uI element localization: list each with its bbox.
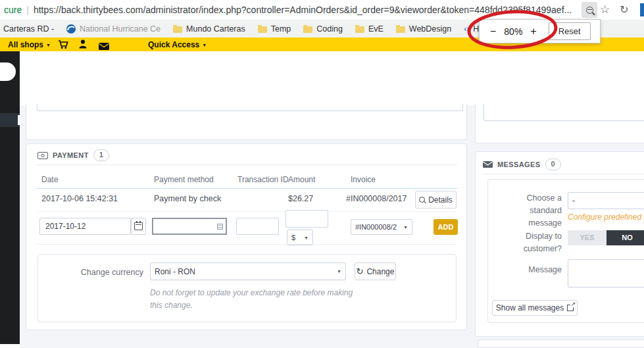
change-currency-value: Roni - RON — [155, 267, 195, 276]
payment-panel-title: PAYMENT — [53, 151, 89, 159]
caret-down-icon: ▼ — [337, 269, 341, 274]
transaction-id-input[interactable] — [236, 218, 279, 235]
form-divider — [37, 244, 457, 245]
col-header-invoice: Invoice — [351, 175, 376, 184]
bookmark-item[interactable]: Coding — [303, 24, 343, 34]
partial-input-left[interactable] — [37, 104, 463, 111]
zoom-reset-button[interactable]: Reset — [549, 22, 591, 40]
security-badge: cure — [4, 5, 22, 15]
extension-icon[interactable] — [640, 3, 644, 16]
toggle-yes-button[interactable]: YES — [568, 230, 607, 245]
change-currency-button[interactable]: ↻ Change — [355, 262, 396, 280]
header-divider — [483, 174, 644, 174]
bookmark-label: Temp — [271, 24, 291, 34]
external-link-icon: ↗ — [567, 305, 574, 311]
sidebar-active-item[interactable] — [0, 113, 20, 127]
search-icon — [419, 197, 425, 203]
folder-icon — [173, 26, 182, 33]
folder-icon — [258, 26, 267, 33]
bookmark-label: Carteras RD - — [3, 24, 54, 34]
date-picker-button[interactable] — [131, 218, 146, 235]
cart-icon[interactable] — [58, 39, 68, 52]
bookmark-label: Mundo Carteras — [186, 24, 245, 34]
display-to-customer-label: Display to customer? — [495, 230, 562, 255]
change-label: Change — [366, 267, 394, 276]
folder-icon — [303, 26, 312, 33]
all-shops-dropdown[interactable]: All shops▼ — [8, 40, 51, 49]
noaa-icon — [66, 24, 76, 34]
messages-panel-title: MESSAGES — [497, 161, 541, 168]
autofill-icon — [217, 224, 223, 230]
page-header: Orders Order PCRYCTUCB from jan mor — [20, 51, 644, 105]
amount-input[interactable] — [285, 210, 328, 228]
configure-messages-link[interactable]: Configure predefined mes — [568, 212, 644, 222]
standard-message-label: Choose a standard message — [495, 192, 562, 229]
show-all-label: Show all messages — [496, 303, 564, 312]
bookmark-item[interactable]: Carteras RD - — [3, 24, 54, 34]
browser-zoom-popup: − 80% + Reset — [479, 19, 601, 43]
bookmark-item[interactable]: WebDesign — [396, 24, 451, 34]
bookmark-item[interactable]: EvE — [355, 24, 384, 34]
folder-icon — [355, 26, 364, 33]
exchange-rate-hint: Do not forget to update your exchange ra… — [150, 287, 354, 311]
employee-icon[interactable] — [79, 39, 87, 51]
message-label: Message — [495, 264, 562, 276]
browser-address-bar: cure|https://back.thirtybees.com/adminis… — [0, 0, 644, 20]
reload-icon[interactable]: ↻ — [620, 2, 628, 18]
payment-count-badge: 1 — [93, 149, 110, 161]
standard-message-select[interactable]: - — [568, 192, 644, 209]
zoom-level-value: 80% — [496, 26, 530, 37]
bookmark-label: WebDesign — [409, 24, 451, 34]
change-currency-select[interactable]: Roni - RON ▼ — [150, 262, 346, 280]
cell-amount: $26.27 — [288, 194, 313, 203]
bookmark-item[interactable]: National Hurricane Ce — [66, 24, 161, 34]
folder-icon — [396, 26, 405, 33]
bookmark-star-icon[interactable]: ☆ — [600, 2, 610, 18]
calendar-icon — [134, 222, 143, 230]
banknote-icon — [37, 152, 48, 159]
bookmark-item[interactable]: Mundo Carteras — [173, 24, 245, 34]
toggle-no-button[interactable]: NO — [607, 230, 644, 245]
cell-date: 2017-10-06 15:42:31 — [41, 194, 118, 203]
caret-down-icon: ▼ — [403, 225, 408, 230]
caret-down-icon: ▼ — [46, 43, 51, 47]
change-currency-label: Change currency — [38, 266, 143, 279]
display-toggle: YES NO — [568, 230, 644, 245]
row-divider — [37, 211, 457, 212]
invoice-value: #IN000008/2 — [355, 223, 397, 231]
messages-count-badge: 0 — [545, 159, 562, 170]
header-divider — [37, 164, 457, 165]
quick-access-label: Quick Access — [148, 40, 199, 49]
quick-access-dropdown[interactable]: Quick Access▼ — [148, 40, 207, 49]
zoom-out-button[interactable] — [582, 2, 597, 18]
bookmark-label: EvE — [368, 24, 384, 34]
partial-input-right[interactable] — [483, 104, 644, 121]
payment-date-input[interactable] — [39, 218, 131, 235]
cell-method: Payment by check — [154, 194, 221, 203]
bookmark-label: Coding — [316, 24, 343, 34]
bookmark-item[interactable]: Temp — [258, 24, 291, 34]
arrow-ne-glyph: ↗ — [570, 301, 576, 307]
payment-method-input[interactable] — [152, 218, 227, 235]
zoom-increase-button[interactable]: + — [530, 26, 536, 37]
code-brackets-icon: ‹› — [464, 24, 469, 34]
invoice-select[interactable]: #IN000008/2 ▼ — [351, 219, 412, 235]
messages-panel-header: MESSAGES 0 — [483, 159, 561, 170]
currency-select[interactable]: $ ▼ — [287, 230, 313, 245]
add-payment-button[interactable]: ADD — [433, 219, 458, 235]
url-separator: | — [22, 5, 34, 15]
url-text[interactable]: cure|https://back.thirtybees.com/adminis… — [4, 5, 572, 15]
messages-panel: MESSAGES 0 Choose a standard message - C… — [475, 151, 644, 337]
page-url: https://back.thirtybees.com/administrato… — [34, 5, 572, 15]
refresh-icon: ↻ — [357, 267, 364, 276]
payment-panel-header: PAYMENT 1 — [37, 149, 109, 161]
all-shops-label: All shops — [8, 40, 43, 49]
col-header-transaction: Transaction ID — [237, 175, 289, 184]
table-header-divider — [37, 188, 457, 189]
change-currency-well: Change currency Roni - RON ▼ ↻ Change Do… — [37, 254, 457, 322]
cell-invoice: #IN000008/2017 — [346, 194, 407, 203]
message-textarea[interactable] — [568, 259, 644, 287]
show-all-messages-button[interactable]: Show all messages ↗ — [492, 300, 578, 316]
zoom-decrease-button[interactable]: − — [490, 26, 496, 37]
details-button[interactable]: Details — [415, 191, 457, 209]
